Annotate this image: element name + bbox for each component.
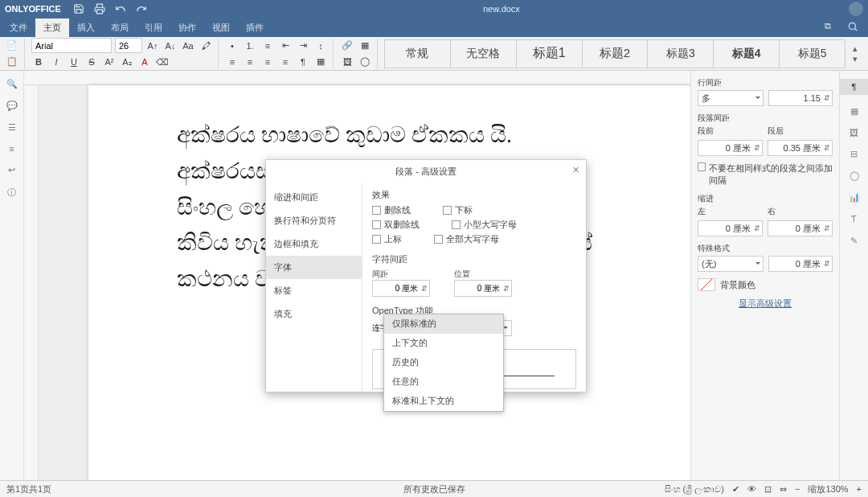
paste-icon[interactable]: 📋	[5, 55, 19, 69]
inc-indent-icon[interactable]: ⇥	[296, 39, 310, 53]
dec-indent-icon[interactable]: ⇤	[278, 39, 293, 53]
spacing-value[interactable]: 0 厘米	[372, 280, 430, 297]
search-icon[interactable]	[839, 18, 866, 37]
clear-format-icon[interactable]: ⌫	[155, 55, 170, 69]
tab-font[interactable]: 字体	[266, 256, 362, 279]
shading-icon[interactable]: ▦	[313, 55, 328, 69]
image-settings-icon[interactable]: 🖼	[850, 128, 858, 138]
spacing-before[interactable]: 0 厘米	[698, 140, 763, 156]
style-h1[interactable]: 标题1	[517, 39, 583, 68]
indent-right[interactable]: 0 厘米	[768, 220, 833, 236]
check-smallcaps[interactable]: 小型大写字母	[452, 219, 517, 231]
shape-icon[interactable]: ◯	[358, 55, 372, 69]
tab-indent[interactable]: 缩进和间距	[266, 186, 362, 209]
nonprint-icon[interactable]: ¶	[296, 55, 310, 69]
strike-icon[interactable]: S	[84, 55, 99, 69]
textart-settings-icon[interactable]: Ƭ	[851, 214, 857, 224]
bold-icon[interactable]: B	[31, 55, 46, 69]
print-icon[interactable]	[92, 2, 108, 16]
save-icon[interactable]	[71, 2, 87, 16]
linespacing-select[interactable]: 多	[698, 90, 764, 106]
check-strike[interactable]: 删除线	[372, 204, 411, 216]
tab-borders[interactable]: 边框和填充	[266, 232, 362, 256]
menu-layout[interactable]: 布局	[103, 18, 137, 37]
menu-refs[interactable]: 引用	[137, 18, 170, 37]
font-color-icon[interactable]: A	[137, 55, 152, 69]
advanced-link[interactable]: 显示高级设置	[698, 298, 833, 310]
special-value[interactable]: 0 厘米	[768, 256, 833, 272]
menu-home[interactable]: 主页	[35, 18, 69, 37]
check-allcaps[interactable]: 全部大写字母	[434, 233, 499, 245]
zoom-out-icon[interactable]: −	[795, 484, 800, 494]
rail-search-icon[interactable]: 🔍	[6, 79, 18, 89]
numbering-icon[interactable]: 1.	[243, 39, 257, 53]
image-icon[interactable]: 🖼	[340, 55, 354, 69]
superscript-icon[interactable]: A²	[102, 55, 117, 69]
special-select[interactable]: (无)	[698, 256, 764, 272]
style-h2[interactable]: 标题2	[583, 39, 649, 68]
table-icon[interactable]: ▦	[358, 39, 372, 53]
paragraph-settings-icon[interactable]: ¶	[840, 79, 868, 95]
open-location-icon[interactable]: ⧉	[817, 18, 839, 37]
rail-comments-icon[interactable]: 💬	[6, 101, 18, 111]
fit-icon[interactable]: ⊡	[764, 484, 772, 495]
decrease-font-icon[interactable]: A↓	[163, 39, 178, 53]
justify-icon[interactable]: ≡	[278, 55, 293, 69]
header-settings-icon[interactable]: ⊟	[850, 149, 858, 159]
indent-left[interactable]: 0 厘米	[698, 220, 763, 236]
menu-insert[interactable]: 插入	[69, 18, 103, 37]
style-more-icon[interactable]: ▴▾	[847, 43, 863, 64]
menu-plugins[interactable]: 插件	[238, 18, 272, 37]
trackchanges-icon[interactable]: 👁	[747, 484, 756, 494]
subscript-icon[interactable]: A₂	[120, 55, 134, 69]
linespacing-icon[interactable]: ↕	[313, 39, 328, 53]
position-value[interactable]: 0 厘米	[454, 280, 512, 297]
dialog-close-icon[interactable]: ✕	[572, 165, 579, 175]
linespacing-value[interactable]: 1.15	[768, 90, 833, 106]
multilevel-icon[interactable]: ≡	[260, 39, 275, 53]
font-select[interactable]: Arial	[31, 38, 112, 53]
style-normal[interactable]: 常规	[384, 39, 451, 68]
vertical-ruler[interactable]	[24, 85, 39, 480]
tab-tabstop[interactable]: 标签	[266, 279, 362, 302]
rail-nav-icon[interactable]: ☰	[8, 122, 16, 133]
signature-settings-icon[interactable]: ✎	[850, 236, 858, 246]
check-subscript[interactable]: 下标	[443, 204, 473, 216]
highlight-icon[interactable]: 🖍	[199, 39, 213, 53]
align-center-icon[interactable]: ≡	[243, 55, 257, 69]
fitwidth-icon[interactable]: ⇔	[780, 484, 787, 495]
italic-icon[interactable]: I	[49, 55, 63, 69]
redo-icon[interactable]	[133, 2, 149, 16]
zoom-label[interactable]: 缩放130%	[808, 483, 848, 495]
table-settings-icon[interactable]: ▦	[850, 106, 858, 117]
align-right-icon[interactable]: ≡	[260, 55, 275, 69]
style-h4[interactable]: 标题4	[714, 39, 780, 68]
font-size-select[interactable]: 26	[115, 38, 142, 53]
zoom-in-icon[interactable]: +	[857, 484, 862, 494]
dd-std-contextual[interactable]: 标准和上下文的	[384, 392, 503, 411]
tab-padding[interactable]: 填充	[266, 302, 362, 326]
dd-discretionary[interactable]: 任意的	[384, 372, 503, 392]
copy-icon[interactable]: 📄	[5, 39, 19, 53]
spacing-after[interactable]: 0.35 厘米	[768, 140, 833, 156]
increase-font-icon[interactable]: A↑	[145, 39, 160, 53]
undo-icon[interactable]	[113, 2, 129, 16]
menu-view[interactable]: 视图	[204, 18, 238, 37]
style-h3[interactable]: 标题3	[648, 39, 714, 68]
menu-collab[interactable]: 协作	[170, 18, 204, 37]
ref-icon[interactable]: 🔗	[340, 39, 354, 53]
dd-standard[interactable]: 仅限标准的	[384, 314, 503, 334]
chart-settings-icon[interactable]: 📊	[849, 192, 860, 203]
style-h5[interactable]: 标题5	[780, 39, 845, 68]
spellcheck-icon[interactable]: ✔	[732, 484, 739, 495]
style-nospace[interactable]: 无空格	[451, 39, 517, 68]
underline-icon[interactable]: U	[67, 55, 81, 69]
bullets-icon[interactable]: •	[225, 39, 240, 53]
rail-headings-icon[interactable]: ≡	[9, 144, 14, 154]
rail-feedback-icon[interactable]: ↩	[8, 165, 15, 175]
user-avatar[interactable]	[849, 2, 863, 16]
check-dstrike[interactable]: 双删除线	[372, 219, 420, 231]
menu-file[interactable]: 文件	[2, 18, 35, 37]
horizontal-ruler[interactable]	[24, 71, 690, 85]
doc-language[interactable]: සිංහ (ශ්‍රී ලංකාව)	[665, 484, 724, 495]
